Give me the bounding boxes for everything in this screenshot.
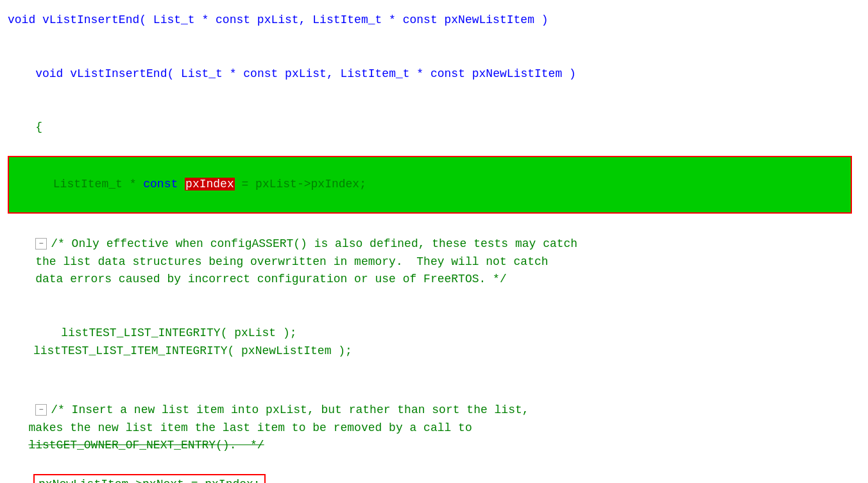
function-signature: void vListInsertEnd( List_t * const pxLi… (8, 13, 549, 26)
collapse-icon-2[interactable]: − (35, 404, 47, 416)
boxed-line: pxNewListItem->pxNext = pxIndex; (33, 474, 266, 483)
highlighted-line-content: ListItem_t * const pxIndex = pxList->pxI… (9, 157, 851, 212)
boxed-line-wrapper: pxNewListItem->pxNext = pxIndex; (8, 474, 860, 483)
px-index-highlight: pxIndex (185, 178, 235, 191)
highlighted-line-box: ListItem_t * const pxIndex = pxList->pxI… (8, 156, 852, 214)
collapse-icon-1[interactable]: − (35, 238, 47, 250)
function-signature: void vListInsertEnd( List_t * const pxLi… (35, 67, 576, 80)
integrity-calls: listTEST_LIST_INTEGRITY( pxList ); listT… (8, 307, 860, 378)
brace-open: { (8, 101, 860, 155)
comment-block-1: −/* Only effective when configASSERT() i… (8, 217, 860, 307)
code-container: void vListInsertEnd( List_t * const pxLi… (0, 6, 868, 483)
comment-block-2: −/* Insert a new list item into pxList, … (8, 384, 860, 473)
